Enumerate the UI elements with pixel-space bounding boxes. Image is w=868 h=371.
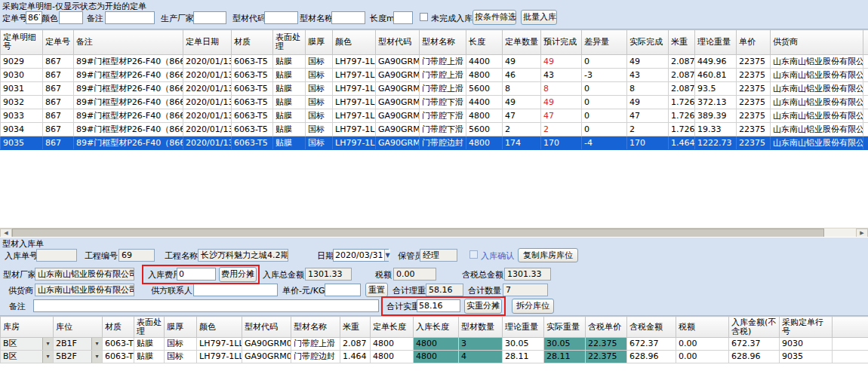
total-amount-field: 1301.33	[305, 268, 352, 281]
order-cell: 460.81	[695, 69, 737, 82]
stock-cell: 9030	[780, 338, 833, 351]
order-cell: 49	[503, 55, 541, 69]
remark-input[interactable]	[33, 299, 379, 312]
chevron-down-icon[interactable]: ▾	[42, 338, 53, 350]
actual-weight-share-button[interactable]: 实重分摊	[464, 299, 502, 314]
order-cell: 8	[627, 82, 669, 96]
order-col-header-10[interactable]: 长度	[466, 30, 503, 55]
order-row-9034[interactable]: 903486789#门框型材P26-F40（866+867）2020/01/13…	[1, 123, 868, 136]
stock-cell: 门带腔边封	[291, 351, 340, 363]
warehouse-select[interactable]: B区▾	[1, 351, 54, 363]
color-filter-input[interactable]	[59, 11, 83, 24]
profile-code-filter-input[interactable]	[264, 11, 298, 24]
stock-col-header-8[interactable]: 米重	[340, 317, 371, 338]
date-input[interactable]: 2020/03/31 ▼	[333, 249, 389, 262]
order-row-9035[interactable]: 903586789#门框型材P26-F40（866+867）2020/01/13…	[1, 136, 868, 150]
order-row-9031[interactable]: 903186789#门框型材P26-F40（866+867）2020/01/13…	[1, 82, 868, 96]
stock-col-header-7[interactable]: 型材名称	[291, 317, 340, 338]
order-cell: 22375	[737, 55, 771, 69]
order-row-9029[interactable]: 902986789#门框型材P26-F40（866+867）2020/01/13…	[1, 55, 868, 69]
actual-weight-total-input[interactable]	[417, 299, 460, 312]
split-location-button[interactable]: 拆分库位	[512, 299, 554, 314]
total-qty-field: 7	[503, 284, 548, 296]
stock-col-header-13[interactable]: 实际重量	[544, 317, 586, 338]
stock-col-header-5[interactable]: 颜色	[197, 317, 242, 338]
chevron-down-icon[interactable]: ▾	[91, 338, 102, 350]
stock-col-header-2[interactable]: 材质	[103, 317, 134, 338]
unit-price-input[interactable]	[325, 284, 361, 296]
order-col-header-6[interactable]: 膜厚	[306, 30, 333, 55]
order-cell: 9032	[1, 96, 43, 109]
order-cell: 2020/01/13	[183, 82, 232, 96]
order-cell: 2	[541, 123, 582, 136]
stock-col-header-18[interactable]: 采购定单行号	[780, 317, 833, 338]
order-col-header-4[interactable]: 材质	[232, 30, 273, 55]
order-col-header-0[interactable]: 定单明细号	[1, 30, 43, 55]
combo-value: B区	[1, 351, 42, 363]
stock-col-header-10[interactable]: 入库长度	[414, 317, 459, 338]
copy-warehouse-location-button[interactable]: 复制库房库位	[518, 248, 578, 262]
remark-filter-input[interactable]	[105, 11, 155, 24]
order-col-header-2[interactable]: 备注	[74, 30, 183, 55]
order-col-header-15[interactable]: 米重	[669, 30, 695, 55]
warehouse-select[interactable]: B区▾	[1, 338, 54, 351]
profile-name-filter-input[interactable]	[331, 11, 365, 24]
stock-in-confirm-checkbox[interactable]	[469, 250, 478, 259]
chevron-down-icon[interactable]: ▾	[91, 351, 102, 363]
stock-col-header-11[interactable]: 型材数量	[459, 317, 503, 338]
stock-col-header-3[interactable]: 表面处理	[134, 317, 165, 338]
order-cell: 2.087	[669, 69, 695, 82]
location-select[interactable]: 2B1F▾	[54, 338, 103, 351]
stock-cell: 30.05	[503, 338, 544, 351]
stock-col-header-0[interactable]: 库房	[1, 317, 54, 338]
stock-col-header-16[interactable]: 税额	[676, 317, 729, 338]
chevron-down-icon[interactable]: ▾	[42, 351, 53, 363]
order-col-header-16[interactable]: 理论重量	[695, 30, 737, 55]
stock-col-header-17[interactable]: 入库金额(不含税)	[729, 317, 780, 338]
order-col-header-14[interactable]: 实际完成	[627, 30, 669, 55]
order-col-header-5[interactable]: 表面处理	[273, 30, 306, 55]
order-cell: 43	[627, 69, 669, 82]
order-cell: 174	[503, 136, 541, 150]
stock-row-B区[interactable]: B区▾5B2F▾6063-T5贴膜国标LH797-1LL0GA90GRM05门带…	[1, 351, 868, 363]
stock-row-B区[interactable]: B区▾2B1F▾6063-T5贴膜国标LH797-1LL0GA90GRM03门带…	[1, 338, 868, 351]
reset-button[interactable]: 重置	[365, 283, 388, 297]
order-row-9033[interactable]: 903386789#门框型材P26-F40（866+867）2020/01/13…	[1, 109, 868, 123]
order-col-header-18[interactable]: 供货商	[771, 30, 863, 55]
order-cell: 贴膜	[273, 136, 306, 150]
filter-by-condition-button[interactable]: 按条件筛选	[472, 10, 516, 25]
order-col-header-7[interactable]: 颜色	[333, 30, 376, 55]
stock-col-header-6[interactable]: 型材代码	[242, 317, 291, 338]
stock-col-header-1[interactable]: 库位	[54, 317, 103, 338]
hscrollbar[interactable]: ◀ ▶	[0, 228, 868, 237]
stock-in-grid: 库房库位材质表面处理膜厚颜色型材代码型材名称米重定单长度入库长度型材数量理论重量…	[0, 315, 868, 371]
order-cell: 国标	[306, 123, 333, 136]
order-col-header-12[interactable]: 预计完成	[541, 30, 582, 55]
length-filter-input[interactable]	[393, 11, 413, 24]
batch-stock-in-button[interactable]: 批量入库	[521, 10, 557, 25]
stock-col-header-14[interactable]: 含税单价	[586, 317, 627, 338]
order-col-header-9[interactable]: 型材名称	[420, 30, 466, 55]
calendar-dropdown-icon[interactable]: ▼	[384, 250, 389, 261]
stock-col-header-9[interactable]: 定单长度	[371, 317, 414, 338]
order-row-9030[interactable]: 903086789#门框型材P26-F40（866+867）2020/01/13…	[1, 69, 868, 82]
unfinished-checkbox[interactable]	[420, 13, 428, 21]
order-row-9032[interactable]: 903286789#门框型材P26-F40（866+867）2020/01/13…	[1, 96, 868, 109]
stock-col-header-12[interactable]: 理论重量	[503, 317, 544, 338]
order-col-header-3[interactable]: 定单日期	[183, 30, 232, 55]
maker-filter-input[interactable]	[193, 11, 226, 24]
order-col-header-1[interactable]: 定单号	[43, 30, 74, 55]
supplier-contact-input[interactable]	[193, 284, 278, 296]
order-col-header-17[interactable]: 单价	[737, 30, 771, 55]
order-cell: 9029	[1, 55, 43, 69]
stock-col-header-15[interactable]: 含税金额	[627, 317, 676, 338]
location-select[interactable]: 5B2F▾	[54, 351, 103, 363]
order-col-header-11[interactable]: 定单数量	[503, 30, 541, 55]
order-col-header-13[interactable]: 差异量	[582, 30, 627, 55]
fee-share-button[interactable]: 费用分摊	[219, 267, 257, 282]
order-col-header-8[interactable]: 型材代码	[376, 30, 420, 55]
stock-col-header-4[interactable]: 膜厚	[165, 317, 197, 338]
order-no-input[interactable]	[26, 11, 42, 24]
fee-input[interactable]	[177, 268, 216, 281]
order-cell: 4800	[466, 69, 503, 82]
